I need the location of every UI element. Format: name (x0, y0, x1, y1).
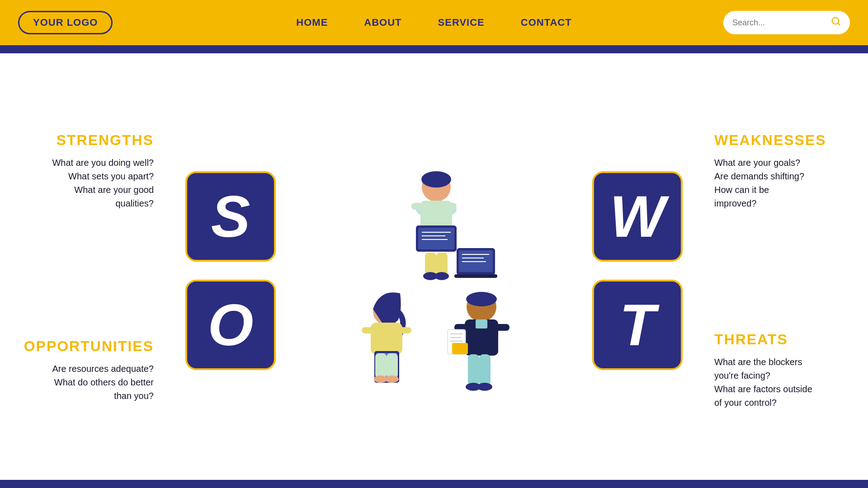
strengths-letter: S (185, 171, 276, 262)
weaknesses-title: WEAKNESSES (714, 132, 826, 149)
svg-point-4 (421, 171, 451, 188)
svg-rect-47 (454, 274, 497, 278)
nav-service[interactable]: SERVICE (438, 17, 485, 28)
strengths-description: What are you doing well?What sets you ap… (52, 156, 154, 210)
opportunities-description: Are resources adequate?What do others do… (52, 362, 154, 403)
svg-rect-14 (436, 253, 448, 275)
svg-rect-20 (399, 327, 411, 333)
svg-point-28 (466, 292, 497, 306)
svg-rect-7 (444, 203, 457, 210)
main-content: STRENGTHS What are you doing well?What s… (0, 53, 868, 488)
threats-title: THREATS (714, 331, 788, 348)
svg-rect-30 (476, 319, 487, 328)
swot-illustration (316, 131, 552, 411)
weaknesses-description: What are your goals?Are demands shifting… (714, 156, 804, 210)
svg-rect-6 (411, 203, 424, 210)
svg-rect-9 (418, 228, 454, 249)
opportunities-title: OPPORTUNITIES (24, 338, 154, 355)
swot-layout: STRENGTHS What are you doing well?What s… (0, 53, 868, 488)
logo: YOUR LOGO (18, 11, 113, 34)
threats-description: What are the blockersyou're facing?What … (714, 355, 812, 409)
center-illustration (289, 53, 579, 488)
svg-point-16 (434, 272, 449, 280)
svg-rect-18 (371, 323, 402, 354)
nav-home[interactable]: HOME (296, 17, 328, 28)
search-bar[interactable] (723, 11, 850, 34)
opportunities-text: OPPORTUNITIES Are resources adequate?Wha… (0, 271, 172, 488)
svg-rect-37 (452, 343, 468, 354)
svg-point-41 (477, 383, 492, 391)
svg-rect-13 (425, 253, 436, 275)
svg-line-1 (838, 23, 840, 25)
threats-box: T (579, 271, 696, 488)
search-input[interactable] (732, 18, 826, 28)
header-border (0, 45, 868, 53)
weaknesses-text: WEAKNESSES What are your goals?Are deman… (696, 53, 868, 271)
weaknesses-box: W (579, 53, 696, 271)
threats-text: THREATS What are the blockersyou're faci… (696, 271, 868, 488)
weaknesses-letter: W (592, 171, 683, 262)
search-icon (831, 16, 841, 29)
nav-contact[interactable]: CONTACT (521, 17, 572, 28)
svg-rect-19 (362, 327, 374, 333)
navigation: HOME ABOUT SERVICE CONTACT (296, 17, 571, 28)
strengths-box: S (172, 53, 289, 271)
opportunities-letter: O (185, 280, 276, 370)
opportunities-box: O (172, 271, 289, 488)
svg-rect-23 (375, 353, 387, 378)
strengths-text: STRENGTHS What are you doing well?What s… (0, 53, 172, 271)
threats-letter: T (592, 280, 683, 370)
svg-rect-38 (468, 354, 479, 386)
svg-point-26 (385, 375, 399, 383)
svg-rect-24 (387, 353, 398, 378)
footer-bar (0, 480, 868, 488)
svg-rect-32 (495, 324, 509, 331)
nav-about[interactable]: ABOUT (364, 17, 401, 28)
header: YOUR LOGO HOME ABOUT SERVICE CONTACT (0, 0, 868, 45)
svg-rect-39 (479, 354, 491, 386)
strengths-title: STRENGTHS (57, 132, 154, 149)
